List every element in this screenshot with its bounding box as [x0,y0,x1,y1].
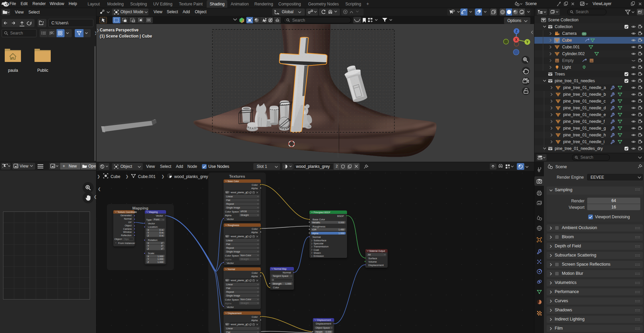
svg-text:X: X [515,38,518,42]
svg-text:Y: Y [526,40,529,44]
svg-text:Z: Z [515,29,518,33]
